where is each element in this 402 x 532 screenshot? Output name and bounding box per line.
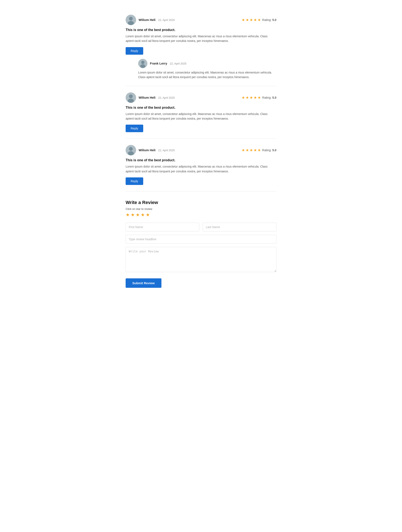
review-item: Wilium Heli 22, April 2025 ★ ★ ★ ★ ★ Rat… [126,139,276,191]
svg-point-11 [128,151,134,155]
reviewer-name-date: Wilium Heli 22, April 2025 [138,18,175,22]
svg-point-1 [129,17,133,20]
avatar [126,92,136,103]
write-review-title: Write a Review [126,200,276,205]
rating-label: Rating: 5.0 [262,18,276,22]
star-2: ★ [245,95,249,100]
headline-field [126,235,276,244]
headline-row [126,235,276,244]
review-title: This is one of the best product. [126,158,276,162]
rating-value: 5.0 [272,18,276,22]
reviewer-name: Wilium Heli [138,148,156,152]
star-4: ★ [254,95,257,100]
star-rating: ★ ★ ★ ★ ★ [242,148,261,152]
review-header: Wilium Heli 22, April 2025 ★ ★ ★ ★ ★ Rat… [126,15,276,25]
svg-point-2 [128,21,134,25]
rating-value: 5.0 [272,148,276,152]
nested-reviewer-name: Frank Lerry [150,62,167,65]
star-prompt: Click on star to review [126,207,276,210]
nested-review-date: 22, April 2025 [170,62,187,65]
first-name-input[interactable] [126,223,199,231]
svg-point-8 [128,99,134,103]
body-row [126,247,276,273]
rating-value: 5.0 [272,96,276,99]
interactive-star-1[interactable]: ★ [126,212,130,218]
star-3: ★ [250,18,253,22]
rating-label: Rating: 5.0 [262,148,276,152]
reviewer-name: Wilium Heli [138,18,156,22]
star-5: ★ [258,148,261,152]
last-name-input[interactable] [203,223,276,231]
name-row [126,223,276,231]
review-date: 22, April 2025 [158,19,175,22]
star-2: ★ [245,148,249,152]
nested-avatar [138,59,147,68]
reply-button[interactable]: Reply [126,47,143,55]
reviewer-name: Wilium Heli [138,96,156,99]
svg-point-4 [141,61,144,64]
interactive-star-4[interactable]: ★ [141,212,145,218]
review-date: 22, April 2025 [158,149,175,152]
reviewer-info: Wilium Heli 22, April 2025 [126,92,175,103]
reply-button[interactable]: Reply [126,125,143,132]
review-header: Wilium Heli 22, April 2025 ★ ★ ★ ★ ★ Rat… [126,145,276,155]
headline-input[interactable] [126,235,276,244]
nested-reply: Frank Lerry 22, April 2025 Lorem ipsum d… [138,59,276,80]
star-5: ★ [258,18,261,22]
rating-area: ★ ★ ★ ★ ★ Rating: 5.0 [242,148,276,152]
review-header: Wilium Heli 22, April 2025 ★ ★ ★ ★ ★ Rat… [126,92,276,103]
avatar [126,15,136,25]
interactive-star-2[interactable]: ★ [131,212,135,218]
star-1: ★ [242,148,245,152]
interactive-star-5[interactable]: ★ [146,212,150,218]
review-body-field [126,247,276,273]
review-title: This is one of the best product. [126,106,276,109]
star-4: ★ [254,148,257,152]
svg-point-7 [129,95,133,98]
review-title: This is one of the best product. [126,28,276,32]
reviewer-info: Wilium Heli 22, April 2025 [126,145,175,155]
nested-reviewer-info: Frank Lerry 22, April 2025 [138,59,276,68]
star-1: ★ [242,95,245,100]
star-rating: ★ ★ ★ ★ ★ [242,18,261,22]
last-name-field [203,223,276,231]
star-rating: ★ ★ ★ ★ ★ [242,95,261,100]
svg-point-10 [129,147,133,151]
reviewer-name-date: Wilium Heli 22, April 2025 [138,148,175,152]
review-item: Wilium Heli 22, April 2025 ★ ★ ★ ★ ★ Rat… [126,8,276,86]
rating-area: ★ ★ ★ ★ ★ Rating: 5.0 [242,18,276,22]
review-body: Lorem ipsum dolor sit amet, consectetur … [126,34,276,43]
page-container: Wilium Heli 22, April 2025 ★ ★ ★ ★ ★ Rat… [121,8,281,292]
review-body: Lorem ipsum dolor sit amet, consectetur … [126,164,276,174]
first-name-field [126,223,199,231]
avatar [126,145,136,155]
rating-area: ★ ★ ★ ★ ★ Rating: 5.0 [242,95,276,100]
svg-point-5 [140,64,145,68]
star-1: ★ [242,18,245,22]
star-3: ★ [250,148,253,152]
reply-button[interactable]: Reply [126,177,143,185]
reviewer-info: Wilium Heli 22, April 2025 [126,15,175,25]
review-body: Lorem ipsum dolor sit amet, consectetur … [126,112,276,121]
reviewer-name-date: Wilium Heli 22, April 2025 [138,96,175,100]
review-body-textarea[interactable] [126,247,276,272]
nested-name-date: Frank Lerry 22, April 2025 [150,62,187,65]
submit-review-button[interactable]: Submit Review [126,278,161,288]
rating-label: Rating: 5.0 [262,96,276,99]
star-2: ★ [245,18,249,22]
star-5: ★ [258,95,261,100]
star-3: ★ [250,95,253,100]
nested-review-body: Lorem ipsum dolor sit amet, consectetur … [138,70,276,80]
write-review-section: Write a Review Click on star to review ★… [126,191,276,292]
interactive-stars[interactable]: ★ ★ ★ ★ ★ [126,212,276,218]
star-4: ★ [254,18,257,22]
interactive-star-3[interactable]: ★ [136,212,140,218]
review-item: Wilium Heli 22, April 2025 ★ ★ ★ ★ ★ Rat… [126,86,276,139]
review-date: 22, April 2025 [158,96,175,99]
